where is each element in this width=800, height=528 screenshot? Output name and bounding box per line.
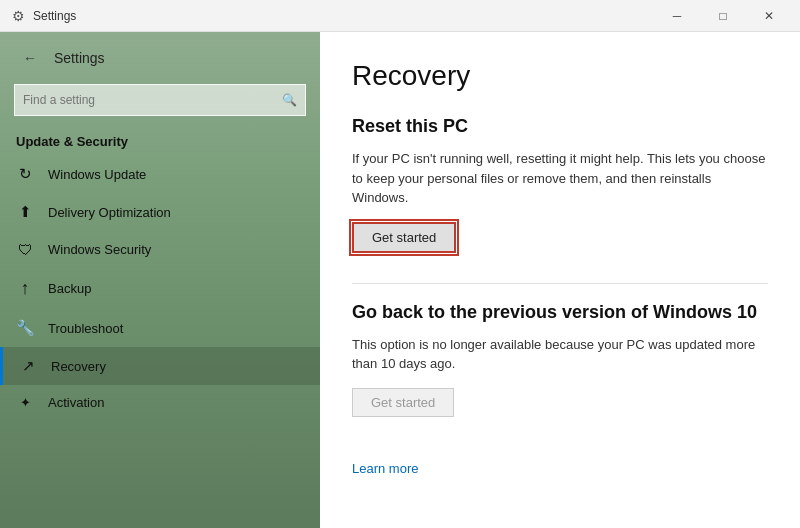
nav-label-windows-update: Windows Update [48,167,146,182]
windows-update-icon: ↻ [16,165,34,183]
page-title: Recovery [352,60,768,92]
title-bar-left: ⚙ Settings [12,8,76,24]
nav-backup[interactable]: ↑ Backup [0,268,320,309]
nav-activation[interactable]: ✦ Activation [0,385,320,420]
close-button[interactable]: ✕ [746,0,792,32]
reset-pc-title: Reset this PC [352,116,768,137]
nav-label-recovery: Recovery [51,359,106,374]
troubleshoot-icon: 🔧 [16,319,34,337]
nav-delivery-optimization[interactable]: ⬆ Delivery Optimization [0,193,320,231]
search-box[interactable]: 🔍 [14,84,306,116]
nav-windows-update[interactable]: ↻ Windows Update [0,155,320,193]
sidebar-app-title: Settings [54,50,105,66]
nav-recovery[interactable]: ↗ Recovery [0,347,320,385]
title-bar-title: Settings [33,9,76,23]
search-icon: 🔍 [282,93,297,107]
nav-label-windows-security: Windows Security [48,242,151,257]
nav-troubleshoot[interactable]: 🔧 Troubleshoot [0,309,320,347]
learn-more-link[interactable]: Learn more [352,461,418,476]
main-area: ← Settings 🔍 Update & Security ↻ Windows… [0,32,800,528]
activation-icon: ✦ [16,395,34,410]
sidebar-header: ← Settings [0,32,320,84]
reset-get-started-button[interactable]: Get started [352,222,456,253]
nav-label-backup: Backup [48,281,91,296]
minimize-button[interactable]: ─ [654,0,700,32]
reset-pc-desc: If your PC isn't running well, resetting… [352,149,768,208]
go-back-desc: This option is no longer available becau… [352,335,768,374]
backup-icon: ↑ [16,278,34,299]
content-area: Recovery Reset this PC If your PC isn't … [320,32,800,528]
title-bar-controls: ─ □ ✕ [654,0,792,32]
title-bar: ⚙ Settings ─ □ ✕ [0,0,800,32]
search-input[interactable] [23,93,276,107]
maximize-button[interactable]: □ [700,0,746,32]
go-back-title: Go back to the previous version of Windo… [352,302,768,323]
nav-label-troubleshoot: Troubleshoot [48,321,123,336]
nav-label-activation: Activation [48,395,104,410]
back-button[interactable]: ← [16,44,44,72]
recovery-icon: ↗ [19,357,37,375]
sidebar: ← Settings 🔍 Update & Security ↻ Windows… [0,32,320,528]
go-back-get-started-button: Get started [352,388,454,417]
sidebar-section-title: Update & Security [0,126,320,155]
settings-icon: ⚙ [12,8,25,24]
nav-label-delivery-optimization: Delivery Optimization [48,205,171,220]
windows-security-icon: 🛡 [16,241,34,258]
section-divider [352,283,768,284]
nav-windows-security[interactable]: 🛡 Windows Security [0,231,320,268]
delivery-optimization-icon: ⬆ [16,203,34,221]
